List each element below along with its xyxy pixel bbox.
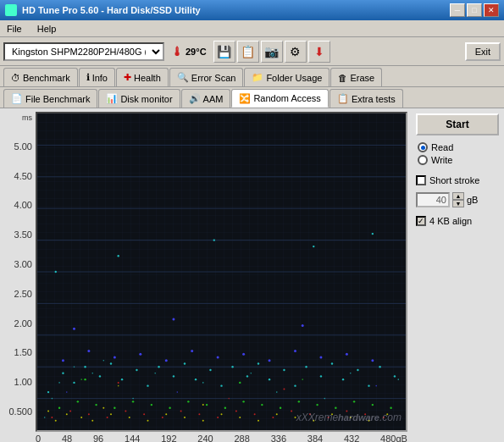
x-tick-10: 480gB <box>380 434 407 442</box>
short-stroke-checkbox-item[interactable]: Short stroke <box>416 175 499 185</box>
toolbar-icon-1[interactable]: 💾 <box>213 41 235 63</box>
spinbox-up[interactable]: ▲ <box>452 192 464 200</box>
svg-point-48 <box>309 413 311 415</box>
tab-health[interactable]: ✚ Health <box>116 68 169 86</box>
svg-point-90 <box>172 318 174 321</box>
svg-point-72 <box>372 404 374 406</box>
radio-read[interactable]: Read <box>418 142 497 152</box>
y-tick-2: 4.00 <box>14 200 32 210</box>
svg-point-146 <box>398 378 400 380</box>
kb-align-checkbox-item[interactable]: ✓ 4 KB align <box>416 216 499 226</box>
short-stroke-checkbox[interactable] <box>416 175 426 185</box>
svg-point-70 <box>335 407 336 409</box>
svg-point-59 <box>132 401 134 402</box>
svg-point-127 <box>52 398 53 400</box>
spinbox-down[interactable]: ▼ <box>452 200 464 207</box>
tab-extra-tests[interactable]: 📋 Extra tests <box>330 89 403 108</box>
spinbox-unit: gB <box>467 195 478 205</box>
svg-point-56 <box>77 401 79 402</box>
spinbox-row: ▲ ▼ gB <box>416 192 499 207</box>
health-icon: ✚ <box>124 72 131 83</box>
svg-point-60 <box>151 404 152 406</box>
benchmark-icon: ⏱ <box>11 73 20 83</box>
svg-point-68 <box>298 401 300 402</box>
svg-point-52 <box>383 417 385 418</box>
tab-info[interactable]: ℹ Info <box>79 68 115 86</box>
radio-write[interactable]: Write <box>418 155 497 165</box>
svg-point-55 <box>58 407 60 409</box>
svg-point-109 <box>258 362 259 364</box>
svg-point-118 <box>368 384 369 386</box>
disk-selector[interactable]: Kingston SHPM2280P2H/480G (480 gB) <box>3 42 164 61</box>
svg-point-139 <box>228 398 230 400</box>
svg-point-83 <box>242 353 245 356</box>
svg-point-108 <box>246 375 248 377</box>
close-button[interactable]: ✕ <box>484 3 499 17</box>
svg-point-22 <box>239 417 241 418</box>
tab-file-benchmark[interactable]: 📄 File Benchmark <box>3 89 97 108</box>
y-tick-7: 1.50 <box>14 347 32 357</box>
main-content: ms 5.00 4.50 4.00 3.50 3.00 2.50 2.00 1.… <box>0 108 504 442</box>
svg-point-134 <box>118 385 119 387</box>
radio-group: Read Write <box>416 141 499 167</box>
tab-error-scan[interactable]: 🔍 Error Scan <box>169 68 244 86</box>
svg-point-73 <box>390 407 391 409</box>
svg-point-14 <box>91 420 93 422</box>
x-tick-3: 144 <box>125 434 140 442</box>
svg-point-137 <box>177 391 179 393</box>
temperature-value: 29°C <box>186 47 207 57</box>
minimize-button[interactable]: ─ <box>450 3 465 17</box>
spinbox-input[interactable] <box>416 192 450 207</box>
tab-aam[interactable]: 🔊 AAM <box>181 89 231 108</box>
error-scan-icon: 🔍 <box>177 72 189 83</box>
tab-benchmark[interactable]: ⏱ Benchmark <box>3 68 78 86</box>
svg-point-20 <box>202 420 204 422</box>
tab-random-access[interactable]: 🔀 Random Access <box>231 89 328 108</box>
exit-button[interactable]: Exit <box>465 42 501 61</box>
svg-point-45 <box>254 413 256 415</box>
svg-point-135 <box>132 398 134 400</box>
svg-point-145 <box>375 385 377 387</box>
toolbar-icon-3[interactable]: 📷 <box>261 41 283 63</box>
radio-write-circle <box>418 155 428 165</box>
svg-point-119 <box>379 366 380 367</box>
svg-point-21 <box>221 413 223 415</box>
tab-folder-usage[interactable]: 📁 Folder Usage <box>244 68 330 86</box>
spinbox-controls: ▲ ▼ <box>452 192 464 207</box>
toolbar-icon-4[interactable]: ⚙ <box>285 41 307 63</box>
thermometer-icon: 🌡 <box>171 45 183 58</box>
svg-point-130 <box>74 366 75 367</box>
svg-point-18 <box>165 413 167 415</box>
tab-erase[interactable]: 🗑 Erase <box>330 68 382 86</box>
svg-point-114 <box>320 375 322 377</box>
start-button[interactable]: Start <box>416 113 499 135</box>
svg-point-64 <box>224 407 226 409</box>
svg-point-111 <box>283 369 285 371</box>
svg-point-77 <box>87 350 90 352</box>
svg-point-17 <box>147 420 149 422</box>
svg-point-19 <box>184 417 186 418</box>
svg-point-143 <box>324 398 326 400</box>
x-tick-1: 48 <box>62 434 72 442</box>
svg-point-104 <box>195 378 197 380</box>
svg-point-53 <box>118 382 119 384</box>
maximize-button[interactable]: □ <box>467 3 482 17</box>
svg-point-117 <box>357 369 358 371</box>
svg-point-27 <box>331 413 333 415</box>
svg-point-85 <box>294 350 296 352</box>
tab-disk-monitor[interactable]: 📊 Disk monitor <box>98 89 180 108</box>
x-tick-6: 288 <box>234 434 249 442</box>
radio-read-label: Read <box>431 142 453 152</box>
kb-align-checkbox[interactable]: ✓ <box>416 216 426 226</box>
svg-point-144 <box>350 373 352 374</box>
svg-point-140 <box>251 373 252 374</box>
menu-file[interactable]: File <box>3 23 25 35</box>
svg-point-30 <box>386 413 388 415</box>
toolbar-icon-2[interactable]: 📋 <box>237 41 259 63</box>
toolbar-icon-5[interactable]: ⬇ <box>308 41 330 63</box>
random-access-icon: 🔀 <box>239 93 251 104</box>
svg-point-106 <box>220 384 222 386</box>
svg-point-51 <box>364 413 366 415</box>
svg-point-126 <box>44 417 46 418</box>
menu-help[interactable]: Help <box>34 23 60 35</box>
